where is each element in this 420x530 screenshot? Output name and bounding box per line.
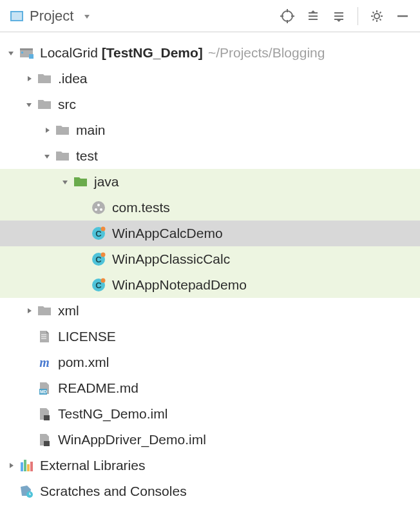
tree-node-license[interactable]: LICENSE [0,324,420,349]
project-icon [9,8,24,24]
java-class-icon [90,251,107,268]
folder-icon [36,96,53,113]
tree-node-test[interactable]: test [0,143,420,169]
node-label: WinAppNotepadDemo [112,277,247,293]
libraries-icon [18,457,35,474]
node-label: External Libraries [40,458,145,473]
collapse-arrow-icon[interactable] [4,461,18,470]
module-icon [18,44,35,61]
root-path: ~/Projects/Blogging [208,45,325,61]
folder-icon [36,70,53,87]
hide-button[interactable] [392,5,414,27]
collapse-arrow-icon[interactable] [22,74,36,83]
iml-file-icon [36,431,53,448]
tree-node-main[interactable]: main [0,117,420,143]
node-label: src [58,97,76,112]
folder-icon [54,122,71,139]
node-label: Scratches and Consoles [40,484,187,499]
project-view-selector[interactable]: Project [0,8,91,25]
chevron-down-icon [82,8,91,24]
expand-arrow-icon[interactable] [58,177,72,186]
java-class-icon [90,225,107,242]
locate-button[interactable] [276,5,298,27]
node-label: TestNG_Demo.iml [58,406,167,422]
package-icon [90,199,107,216]
settings-button[interactable] [366,5,388,27]
node-label: pom.xml [58,355,109,370]
node-label: LICENSE [58,329,116,344]
folder-icon [54,148,71,164]
root-context: [TestNG_Demo] [102,45,203,61]
tree-node-scratches[interactable]: Scratches and Consoles [0,478,420,504]
node-label: test [76,148,98,164]
tree-node-iml[interactable]: WinAppDriver_Demo.iml [0,427,420,453]
node-label: README.md [58,380,138,396]
tree-node-idea[interactable]: .idea [0,66,420,92]
tree-node-xml[interactable]: xml [0,298,420,324]
node-label: WinAppDriver_Demo.iml [58,432,206,447]
tree-node-src[interactable]: src [0,92,420,117]
iml-file-icon [36,406,53,422]
folder-icon [36,302,53,319]
node-label: xml [58,303,79,319]
tree-node-class[interactable]: WinAppNotepadDemo [0,272,420,298]
tree-node-iml[interactable]: TestNG_Demo.iml [0,401,420,427]
collapse-arrow-icon[interactable] [22,306,36,315]
toolbar-separator [358,7,358,25]
node-label: WinAppClassicCalc [112,251,230,267]
node-label: java [94,174,119,190]
file-icon [36,328,53,345]
project-toolbar: Project [0,0,420,32]
tree-node-class[interactable]: WinAppClassicCalc [0,246,420,272]
maven-icon: m [36,354,53,371]
expand-arrow-icon[interactable] [4,48,18,57]
node-label: .idea [58,71,88,86]
project-tree: LocalGrid [TestNG_Demo] ~/Projects/Blogg… [0,32,420,504]
expand-arrow-icon[interactable] [22,100,36,109]
svg-rect-22 [29,54,33,59]
node-label: WinAppCalcDemo [112,226,223,241]
collapse-all-button[interactable] [328,5,350,27]
node-label: com.tests [112,200,170,215]
markdown-file-icon [36,380,53,397]
test-source-folder-icon [72,173,89,190]
collapse-arrow-icon[interactable] [40,126,54,135]
tree-node-external-libraries[interactable]: External Libraries [0,453,420,478]
expand-all-button[interactable] [302,5,324,27]
tree-node-root[interactable]: LocalGrid [TestNG_Demo] ~/Projects/Blogg… [0,40,420,66]
tree-node-pom[interactable]: m pom.xml [0,349,420,375]
expand-arrow-icon[interactable] [40,152,54,161]
java-class-icon [90,277,107,293]
tree-node-package[interactable]: com.tests [0,195,420,221]
node-label: main [76,123,106,138]
scratches-icon [18,483,35,500]
root-name: LocalGrid [40,45,98,61]
tree-node-readme[interactable]: README.md [0,375,420,401]
tree-node-java[interactable]: java [0,169,420,195]
tree-node-class-selected[interactable]: WinAppCalcDemo [0,221,420,246]
project-view-label: Project [30,8,73,25]
